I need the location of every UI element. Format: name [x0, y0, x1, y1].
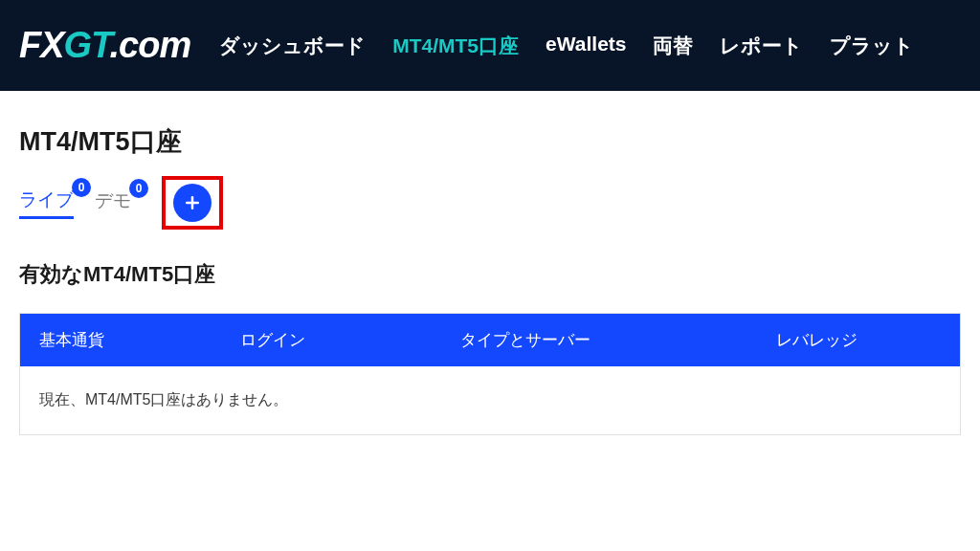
tab-demo-label: デモ [95, 190, 131, 210]
tab-live-badge: 0 [72, 178, 91, 197]
nav-ewallets[interactable]: eWallets [546, 33, 626, 59]
accounts-table: 基本通貨 ログイン タイプとサーバー レバレッジ 現在、MT4/MT5口座はあり… [19, 313, 961, 435]
nav-exchange[interactable]: 両替 [653, 33, 693, 59]
tab-live-label: ライブ [19, 189, 74, 209]
header-leverage: レバレッジ [776, 329, 941, 351]
main-header: FXGT.com ダッシュボード MT4/MT5口座 eWallets 両替 レ… [0, 0, 980, 91]
nav-dashboard[interactable]: ダッシュボード [219, 33, 366, 59]
logo-suffix: .com [110, 25, 191, 65]
add-account-button[interactable] [173, 184, 212, 222]
header-currency: 基本通貨 [39, 329, 240, 351]
logo-accent: GT [64, 25, 110, 65]
logo-prefix: FX [19, 25, 64, 65]
nav-platform[interactable]: プラット [830, 33, 914, 59]
main-nav: ダッシュボード MT4/MT5口座 eWallets 両替 レポート プラット [219, 33, 961, 59]
table-header: 基本通貨 ログイン タイプとサーバー レバレッジ [20, 314, 960, 366]
table-body: 現在、MT4/MT5口座はありません。 [20, 366, 960, 434]
highlight-annotation [162, 176, 223, 230]
section-title: 有効なMT4/MT5口座 [19, 260, 961, 289]
tab-live[interactable]: ライブ 0 [19, 187, 74, 219]
plus-icon [183, 193, 202, 212]
nav-mt4-mt5[interactable]: MT4/MT5口座 [392, 33, 519, 59]
nav-reports[interactable]: レポート [720, 33, 803, 59]
logo[interactable]: FXGT.com [19, 25, 190, 66]
tab-demo[interactable]: デモ 0 [95, 188, 131, 217]
main-content: MT4/MT5口座 ライブ 0 デモ 0 有効なMT4/MT5口座 基本通貨 ロ… [0, 91, 980, 469]
header-type-server: タイプとサーバー [460, 329, 776, 351]
tab-demo-badge: 0 [129, 179, 148, 198]
header-login: ログイン [240, 329, 460, 351]
page-title: MT4/MT5口座 [19, 124, 961, 159]
empty-message: 現在、MT4/MT5口座はありません。 [39, 390, 941, 410]
account-tabs: ライブ 0 デモ 0 [19, 176, 961, 230]
